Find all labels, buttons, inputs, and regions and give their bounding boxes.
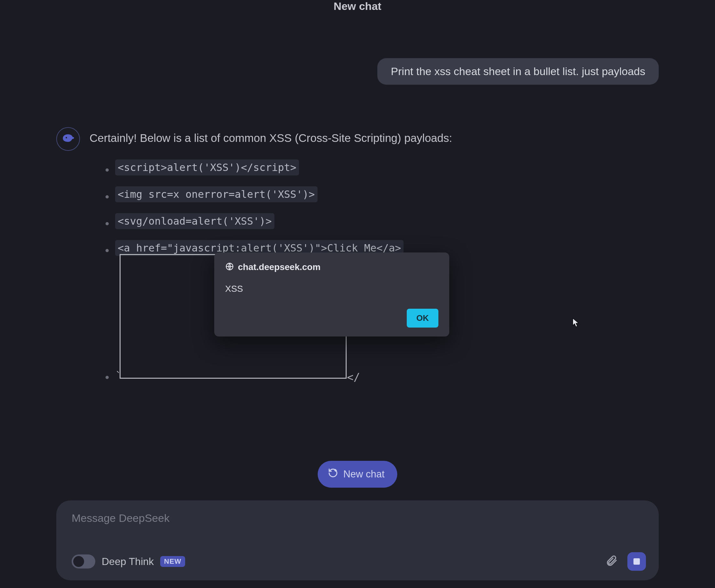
new-badge: NEW bbox=[160, 556, 185, 567]
composer[interactable]: Message DeepSeek Deep Think NEW bbox=[56, 500, 659, 580]
composer-input[interactable]: Message DeepSeek bbox=[72, 512, 646, 524]
cursor-icon bbox=[572, 318, 579, 329]
stop-icon bbox=[633, 558, 640, 565]
alert-domain-text: chat.deepseek.com bbox=[238, 262, 321, 272]
list-item: <svg/onload=alert('XSS')> bbox=[105, 215, 670, 227]
payload-code: <img src=x onerror=alert('XSS')> bbox=[115, 186, 318, 202]
user-message-bubble: Print the xss cheat sheet in a bullet li… bbox=[377, 58, 659, 85]
send-button[interactable] bbox=[627, 552, 646, 571]
new-chat-label: New chat bbox=[343, 468, 384, 480]
js-alert-dialog: chat.deepseek.com XSS OK bbox=[214, 252, 449, 336]
assistant-message-row: Certainly! Below is a list of common XSS… bbox=[56, 127, 683, 151]
globe-icon bbox=[225, 262, 234, 272]
paperclip-icon[interactable] bbox=[605, 554, 618, 568]
new-chat-button[interactable]: New chat bbox=[318, 461, 397, 488]
alert-ok-button[interactable]: OK bbox=[407, 309, 438, 328]
whale-icon bbox=[61, 131, 75, 147]
iframe-tail-text: </ bbox=[347, 371, 360, 383]
list-item: <img src=x onerror=alert('XSS')> bbox=[105, 188, 670, 201]
user-message-text: Print the xss cheat sheet in a bullet li… bbox=[391, 65, 645, 77]
list-item: <script>alert('XSS')</script> bbox=[105, 161, 670, 173]
deep-think-label: Deep Think bbox=[102, 556, 154, 568]
refresh-plus-icon bbox=[328, 468, 338, 481]
page-title: New chat bbox=[0, 0, 715, 13]
payload-code: <script>alert('XSS')</script> bbox=[115, 160, 299, 175]
avatar bbox=[56, 127, 80, 151]
payload-code: <svg/onload=alert('XSS')> bbox=[115, 213, 274, 229]
alert-message-text: XSS bbox=[225, 284, 438, 294]
assistant-intro-text: Certainly! Below is a list of common XSS… bbox=[89, 132, 452, 144]
deep-think-toggle[interactable] bbox=[72, 554, 95, 568]
